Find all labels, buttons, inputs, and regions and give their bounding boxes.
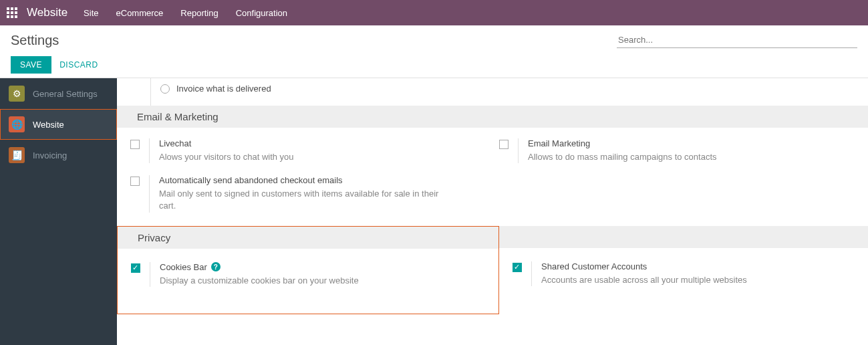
setting-email-marketing: Email Marketing Allows to do mass mailin… [499,138,855,163]
settings-content: Invoice what is delivered Email & Market… [117,78,868,345]
checkbox-shared-accounts[interactable] [513,263,522,272]
setting-cookies-bar: Cookies Bar ? Display a customizable coo… [131,262,485,287]
invoice-radio-row: Invoice what is delivered [150,78,868,106]
setting-title: Automatically send abandoned checkout em… [159,175,440,185]
checkbox-livechat[interactable] [130,140,140,149]
privacy-highlight-box: Privacy Cookies Bar ? Display a customiz… [117,226,499,314]
save-button[interactable]: SAVE [11,56,51,74]
sidebar-item-label: Invoicing [33,150,67,160]
control-panel: Settings SAVE DISCARD [0,25,868,78]
section-header-email: Email & Marketing [117,106,868,128]
menu-reporting[interactable]: Reporting [180,8,218,18]
setting-title: Cookies Bar ? [160,262,359,272]
radio-label: Invoice what is delivered [176,84,271,94]
checkbox-cookies-bar[interactable] [131,263,140,273]
setting-title-text: Cookies Bar [160,262,207,272]
sidebar-item-website[interactable]: 🌐 Website [0,109,117,140]
setting-livechat: Livechat Alows your visitors to chat wit… [130,138,486,163]
page-title: Settings [11,33,59,48]
setting-desc: Alows your visitors to chat with you [159,151,294,163]
settings-sidebar: ⚙ General Settings 🌐 Website 🧾 Invoicing [0,78,117,345]
sidebar-item-label: General Settings [33,89,98,99]
setting-desc: Accounts are usable across all your mult… [541,274,747,286]
checkbox-abandoned-checkout[interactable] [130,177,140,186]
brand-title: Website [27,6,67,19]
setting-abandoned-checkout: Automatically send abandoned checkout em… [130,175,486,212]
setting-title: Livechat [159,138,294,148]
setting-shared-accounts: Shared Customer Accounts Accounts are us… [513,261,855,286]
setting-title: Email Marketing [528,138,717,148]
menu-configuration[interactable]: Configuration [236,8,287,18]
setting-desc: Allows to do mass mailing campaigns to c… [528,151,717,163]
setting-desc: Mail only sent to signed in customers wi… [159,188,440,212]
apps-icon[interactable] [7,7,17,18]
search-input[interactable] [617,32,857,48]
setting-desc: Display a customizable cookies bar on yo… [160,275,359,287]
sidebar-item-general[interactable]: ⚙ General Settings [0,78,117,109]
top-nav: Website Site eCommerce Reporting Configu… [0,0,868,25]
sidebar-item-label: Website [33,120,64,130]
checkbox-email-marketing[interactable] [499,140,509,149]
radio-invoice-delivered[interactable] [160,84,170,94]
menu-bar: Site eCommerce Reporting Configuration [84,8,287,18]
section-header-privacy: Privacy [118,227,498,249]
sidebar-item-invoicing[interactable]: 🧾 Invoicing [0,140,117,170]
globe-icon: 🌐 [9,116,25,132]
document-icon: 🧾 [9,147,25,163]
discard-button[interactable]: DISCARD [59,60,98,70]
section-header-privacy-ext [499,226,868,248]
menu-site[interactable]: Site [84,8,98,18]
menu-ecommerce[interactable]: eCommerce [116,8,164,18]
setting-title: Shared Customer Accounts [541,261,747,271]
help-icon[interactable]: ? [211,262,221,271]
gear-icon: ⚙ [9,86,25,102]
